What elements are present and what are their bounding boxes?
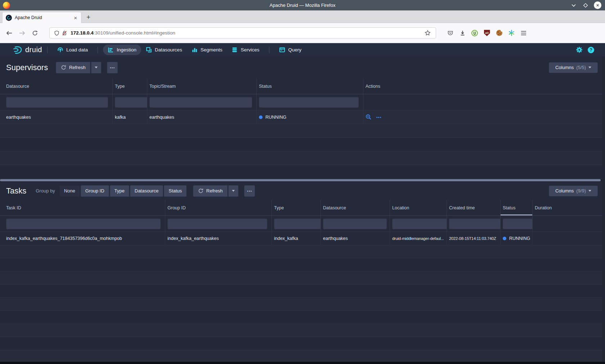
empty-row <box>0 124 602 138</box>
settings-gear-icon[interactable] <box>576 46 583 53</box>
col-header-status[interactable]: Status <box>256 78 363 94</box>
nav-item-query[interactable]: Query <box>274 45 306 55</box>
empty-row <box>0 350 602 364</box>
url-host: 172.18.0.4 <box>71 30 94 36</box>
empty-row <box>0 285 602 298</box>
nav-item-label: Load data <box>66 47 88 53</box>
supervisors-table: Datasource Type Topic/Stream Status Acti… <box>0 78 602 179</box>
url-bar[interactable]: 172.18.0.4:30109/unified-console.html#in… <box>49 27 436 38</box>
status-filter-input[interactable] <box>503 218 532 229</box>
tab-close-icon[interactable]: × <box>73 15 78 21</box>
col-header-datasource[interactable]: Datasource <box>321 200 390 215</box>
type-filter-input[interactable] <box>274 218 321 229</box>
tracking-shield-icon[interactable] <box>53 28 60 38</box>
supervisor-status: RUNNING <box>256 110 363 124</box>
col-header-group-id[interactable]: Group ID <box>165 200 272 215</box>
horizontal-scrollbar-thumb[interactable] <box>0 179 601 181</box>
window-close-button[interactable]: × <box>594 1 601 9</box>
created-time-filter-input[interactable] <box>449 218 500 229</box>
columns-count: (9/9) <box>576 188 586 194</box>
tasks-title: Tasks <box>6 186 26 196</box>
col-header-topic-stream[interactable]: Topic/Stream <box>147 78 256 94</box>
multi-account-asterisk-icon[interactable] <box>506 28 517 38</box>
nav-item-load-data[interactable]: Load data <box>53 45 93 55</box>
cookie-extension-icon[interactable] <box>494 28 505 38</box>
insecure-lock-icon[interactable] <box>60 28 68 38</box>
nav-item-label: Services <box>241 47 259 53</box>
bookmark-star-icon[interactable] <box>422 28 433 38</box>
nav-item-datasources[interactable]: Datasources <box>141 45 187 55</box>
forward-icon[interactable] <box>17 28 27 38</box>
supervisors-columns-button[interactable]: Columns (5/5) <box>549 62 598 73</box>
tasks-refresh-menu-button[interactable] <box>228 185 238 197</box>
status-filter-input[interactable] <box>259 97 359 108</box>
task-id-filter-input[interactable] <box>6 218 161 229</box>
col-header-location[interactable]: Location <box>390 200 447 215</box>
supervisors-refresh-button[interactable]: Refresh <box>56 62 90 73</box>
privacy-badger-icon[interactable] <box>469 28 480 38</box>
status-dot-icon <box>259 115 263 119</box>
reload-icon[interactable] <box>30 28 40 38</box>
window-minimize-button[interactable] <box>570 2 577 9</box>
vertical-scrollbar-track[interactable] <box>602 56 605 362</box>
status-text: RUNNING <box>265 115 286 120</box>
datasource-filter-input[interactable] <box>6 97 108 108</box>
window-titlebar: Apache Druid — Mozilla Firefox × <box>0 0 605 10</box>
tasks-more-button[interactable]: ••• <box>244 185 255 197</box>
col-header-actions[interactable]: Actions <box>363 78 602 94</box>
group-by-status-button[interactable]: Status <box>164 185 187 197</box>
group-id-filter-input[interactable] <box>167 218 267 229</box>
pocket-icon[interactable] <box>445 28 456 38</box>
group-by-group-id-button[interactable]: Group ID <box>81 185 109 197</box>
group-by-type-button[interactable]: Type <box>110 185 129 197</box>
hamburger-menu-icon[interactable] <box>518 28 529 38</box>
datasource-filter-input[interactable] <box>323 218 387 229</box>
download-icon[interactable] <box>457 28 468 38</box>
supervisors-more-button[interactable]: ••• <box>107 62 118 73</box>
col-header-created-time[interactable]: Created time <box>447 200 500 215</box>
empty-row <box>0 324 602 337</box>
supervisors-title: Supervisors <box>6 63 48 72</box>
nav-item-label: Segments <box>201 47 223 53</box>
type-filter-input[interactable] <box>115 97 147 108</box>
druid-logo[interactable]: druid <box>13 46 42 54</box>
nav-item-label: Datasources <box>155 47 182 53</box>
col-header-type[interactable]: Type <box>272 200 321 215</box>
window-maximize-button[interactable] <box>582 2 589 9</box>
row-more-icon[interactable]: ••• <box>376 115 382 119</box>
url-text[interactable]: 172.18.0.4:30109/unified-console.html#in… <box>71 30 422 36</box>
inspect-magnifier-icon[interactable] <box>366 114 372 120</box>
col-header-duration[interactable]: Duration <box>532 200 602 215</box>
tab-apache-druid[interactable]: Apache Druid × <box>2 12 81 23</box>
col-header-status-sorted[interactable]: Status <box>500 200 532 215</box>
col-header-type[interactable]: Type <box>112 78 147 94</box>
back-icon[interactable] <box>4 28 14 38</box>
group-by-none-button[interactable]: None <box>59 185 80 197</box>
help-icon[interactable]: ? <box>588 47 594 53</box>
browser-toolbar: 172.18.0.4:30109/unified-console.html#in… <box>0 23 605 43</box>
tasks-columns-button[interactable]: Columns (9/9) <box>549 186 598 196</box>
task-group-id: index_kafka_earthquakes <box>165 232 272 245</box>
nav-item-segments[interactable]: Segments <box>187 45 227 55</box>
supervisor-row[interactable]: earthquakes kafka earthquakes RUNNING ••… <box>0 110 602 124</box>
horizontal-scrollbar-track[interactable] <box>0 179 602 182</box>
group-by-datasource-button[interactable]: Datasource <box>130 185 163 197</box>
empty-row <box>0 311 602 324</box>
supervisors-refresh-menu-button[interactable] <box>91 62 101 73</box>
ublock-icon[interactable]: uO <box>481 28 492 38</box>
task-row[interactable]: index_kafka_earthquakes_7184357396d6c0a_… <box>0 232 602 245</box>
col-header-datasource[interactable]: Datasource <box>0 78 112 94</box>
nav-item-services[interactable]: Services <box>227 45 264 55</box>
services-icon <box>232 47 238 53</box>
topic-stream-filter-input[interactable] <box>149 97 252 108</box>
nav-item-ingestion[interactable]: Ingestion <box>103 45 141 55</box>
tasks-table: Task ID Group ID Type Datasource Locatio… <box>0 200 602 363</box>
empty-row <box>0 151 602 165</box>
supervisors-header: Supervisors Refresh ••• Columns (5/5) <box>0 56 602 78</box>
tasks-refresh-button[interactable]: Refresh <box>193 185 228 197</box>
tasks-header: Tasks Group by None Group ID Type Dataso… <box>0 182 602 200</box>
new-tab-button[interactable]: + <box>86 14 90 21</box>
brand-name: druid <box>25 46 42 54</box>
col-header-task-id[interactable]: Task ID <box>0 200 165 215</box>
location-filter-input[interactable] <box>392 218 447 229</box>
